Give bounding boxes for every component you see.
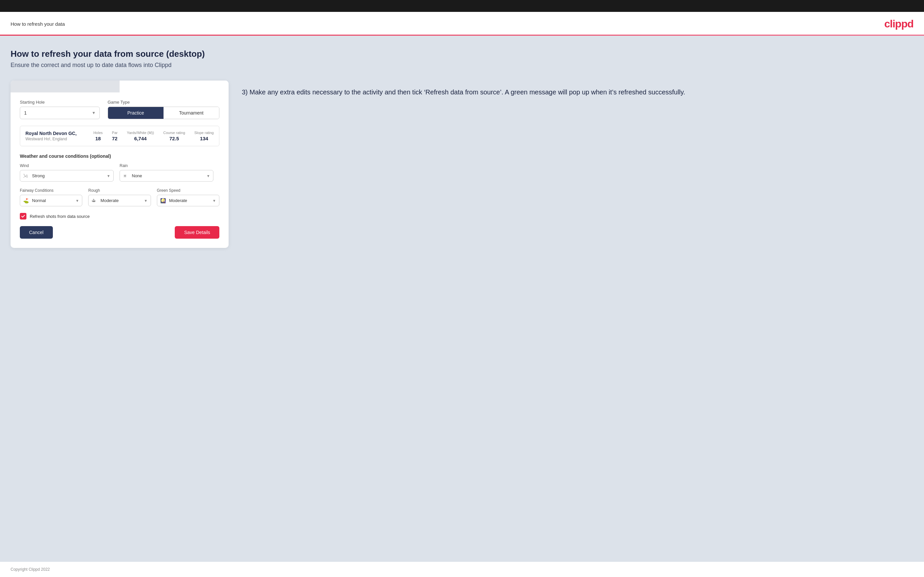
par-value: 72 [112, 136, 118, 141]
wind-select[interactable]: Strong Calm Light Moderate [20, 170, 114, 182]
rain-select-wrapper: ☀ None Light Heavy ▼ [120, 170, 213, 182]
yards-label: Yards/White (M)) [127, 131, 154, 135]
course-stats: Holes 18 Par 72 Yards/White (M)) 6,744 [94, 131, 214, 141]
content-area: How to refresh your data from source (de… [0, 35, 924, 562]
stat-par: Par 72 [112, 131, 118, 141]
course-rating-value: 72.5 [170, 136, 179, 141]
rough-select-wrapper: ⛴ Moderate Light Heavy ▼ [88, 195, 151, 206]
cancel-button[interactable]: Cancel [20, 226, 53, 239]
wind-rain-row: Wind 🌬 Strong Calm Light Moderate ▼ [20, 163, 220, 182]
par-label: Par [112, 131, 118, 135]
practice-button[interactable]: Practice [108, 107, 163, 119]
copyright-text: Copyright Clippd 2022 [11, 567, 50, 572]
header: How to refresh your data clippd [0, 12, 924, 30]
holes-value: 18 [95, 136, 101, 141]
green-speed-select[interactable]: Moderate Slow Fast [157, 195, 220, 206]
top-bar [0, 0, 924, 12]
starting-hole-game-type-row: Starting Hole 1 10 ▼ Game Type Practi [20, 100, 220, 119]
starting-hole-label: Starting Hole [20, 100, 100, 105]
rough-group: Rough ⛴ Moderate Light Heavy ▼ [88, 188, 151, 206]
sidebar-text: 3) Make any extra edits necessary to the… [242, 81, 913, 97]
card-tab-2 [120, 81, 229, 92]
slope-rating-label: Slope rating [194, 131, 214, 135]
footer: Copyright Clippd 2022 [0, 562, 924, 577]
stat-course-rating: Course rating 72.5 [163, 131, 185, 141]
refresh-checkbox-label: Refresh shots from data source [30, 214, 89, 219]
wind-group: Wind 🌬 Strong Calm Light Moderate ▼ [20, 163, 114, 182]
game-type-label: Game Type [108, 100, 220, 105]
starting-hole-select[interactable]: 1 10 [20, 106, 100, 119]
main-content: How to refresh your data clippd How to r… [0, 12, 924, 577]
two-col-layout: Starting Hole 1 10 ▼ Game Type Practi [11, 81, 913, 248]
course-name: Royal North Devon GC, [26, 131, 87, 136]
yards-value: 6,744 [134, 136, 147, 141]
stat-yards: Yards/White (M)) 6,744 [127, 131, 154, 141]
save-details-button[interactable]: Save Details [175, 226, 220, 239]
green-speed-group: Green Speed 🎑 Moderate Slow Fast ▼ [157, 188, 220, 206]
rain-select[interactable]: None Light Heavy [120, 170, 213, 182]
button-row: Cancel Save Details [20, 226, 220, 239]
card-top-strip [11, 81, 229, 92]
green-speed-label: Green Speed [157, 188, 220, 193]
page-subheading: Ensure the correct and most up to date d… [11, 62, 913, 69]
course-location: Westward Ho!, England [26, 137, 87, 141]
starting-hole-select-wrapper: 1 10 ▼ [20, 106, 100, 119]
sidebar-instruction: 3) Make any extra edits necessary to the… [242, 87, 913, 97]
course-info: Royal North Devon GC, Westward Ho!, Engl… [26, 131, 87, 141]
logo: clippd [884, 18, 913, 30]
rough-select[interactable]: Moderate Light Heavy [88, 195, 151, 206]
fairway-select-wrapper: ⛳ Normal Soft Firm Wet ▼ [20, 195, 82, 206]
card-tab-1 [11, 81, 120, 92]
breadcrumb: How to refresh your data [11, 21, 65, 27]
stat-slope-rating: Slope rating 134 [194, 131, 214, 141]
course-row: Royal North Devon GC, Westward Ho!, Engl… [20, 126, 220, 146]
rough-label: Rough [88, 188, 151, 193]
stat-holes: Holes 18 [94, 131, 103, 141]
game-type-group: Game Type Practice Tournament [108, 100, 220, 119]
fairway-label: Fairway Conditions [20, 188, 82, 193]
wind-label: Wind [20, 163, 114, 168]
rain-label: Rain [120, 163, 213, 168]
slope-rating-value: 134 [200, 136, 208, 141]
fairway-group: Fairway Conditions ⛳ Normal Soft Firm We… [20, 188, 82, 206]
course-rating-label: Course rating [163, 131, 185, 135]
fairway-rough-green-row: Fairway Conditions ⛳ Normal Soft Firm We… [20, 188, 220, 206]
refresh-checkbox[interactable] [20, 213, 26, 219]
green-speed-select-wrapper: 🎑 Moderate Slow Fast ▼ [157, 195, 220, 206]
starting-hole-group: Starting Hole 1 10 ▼ [20, 100, 100, 119]
game-type-buttons: Practice Tournament [108, 106, 220, 119]
holes-label: Holes [94, 131, 103, 135]
fairway-select[interactable]: Normal Soft Firm Wet [20, 195, 82, 206]
refresh-checkbox-row: Refresh shots from data source [20, 213, 220, 219]
wind-select-wrapper: 🌬 Strong Calm Light Moderate ▼ [20, 170, 114, 182]
form-card: Starting Hole 1 10 ▼ Game Type Practi [11, 81, 229, 248]
conditions-section-title: Weather and course conditions (optional) [20, 153, 220, 159]
tournament-button[interactable]: Tournament [163, 107, 219, 119]
rain-group: Rain ☀ None Light Heavy ▼ [120, 163, 213, 182]
page-heading: How to refresh your data from source (de… [11, 49, 913, 59]
